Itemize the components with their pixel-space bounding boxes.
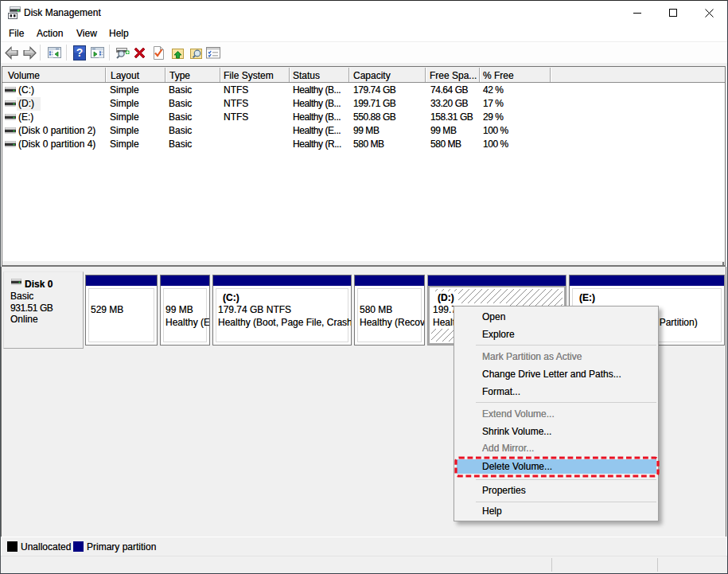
svg-text:?: ? xyxy=(76,46,84,59)
